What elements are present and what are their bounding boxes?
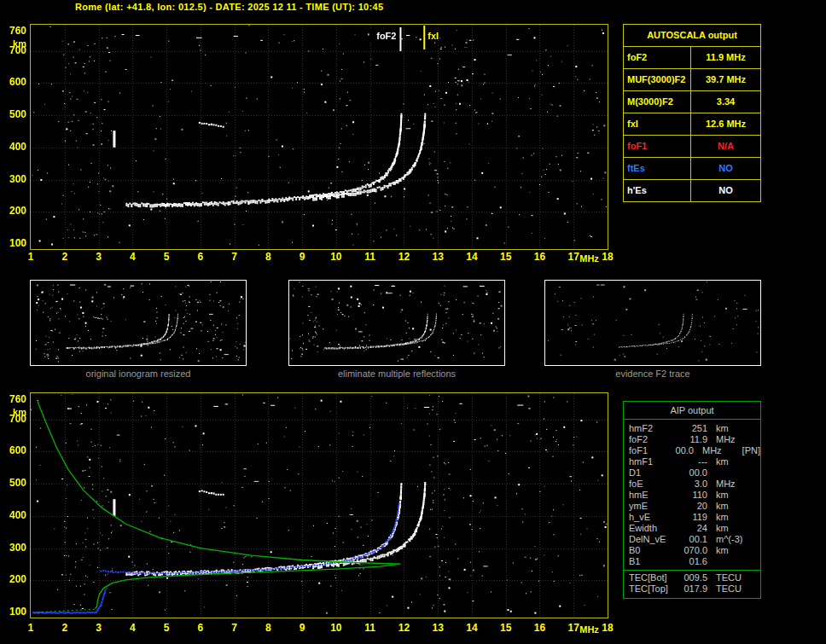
- y-tick-label: 760: [4, 26, 26, 36]
- aip-param-unit: km: [716, 456, 729, 467]
- ionogram-main-canvas: [30, 24, 608, 250]
- x-tick-label: 7: [226, 623, 243, 633]
- autoscala-param-label: M(3000)F2: [624, 91, 691, 113]
- x-tick-label: 1: [22, 623, 39, 633]
- autoscala-param-value: 39.7 MHz: [691, 69, 760, 90]
- aip-param-label: foF1: [629, 445, 668, 456]
- x-tick-label: 16: [531, 252, 548, 262]
- aip-param-label: DelN_vE: [629, 534, 677, 545]
- aip-param-label: B0: [629, 545, 677, 556]
- thumbnail-f2-trace-evidence: [544, 280, 761, 366]
- aip-row: foF100.0MHz[PN]: [629, 445, 760, 456]
- aip-param-value: 017.9: [677, 583, 707, 595]
- x-tick-label: 1: [22, 252, 39, 262]
- aip-row: foE3.0MHz: [629, 479, 760, 490]
- aip-tec-row: TEC[Top]017.9TECU: [629, 583, 760, 595]
- aip-param-flag: [PN]: [742, 445, 760, 456]
- y-tick-label: 100: [4, 238, 26, 248]
- y-tick-label: 300: [4, 542, 26, 553]
- y-tick-label: 300: [4, 174, 26, 184]
- aip-param-label: hmF1: [629, 456, 677, 467]
- aip-row: hmF2251km: [629, 423, 760, 434]
- aip-param-label: foE: [629, 479, 677, 490]
- aip-param-unit: km: [716, 512, 729, 523]
- y-tick-label: 200: [4, 206, 26, 216]
- aip-param-unit: km: [716, 545, 729, 556]
- x-tick-label: 6: [192, 252, 209, 262]
- aip-param-unit: MHz: [716, 434, 736, 445]
- aip-param-value: ---: [677, 456, 707, 467]
- autoscala-param-value: NO: [691, 180, 760, 201]
- x-tick-label: 2: [56, 252, 73, 262]
- x-tick-label: 10: [328, 252, 345, 262]
- aip-param-value: 11.9: [677, 434, 707, 445]
- y-tick-label: 200: [4, 574, 26, 584]
- ionogram-profile-canvas: [30, 392, 608, 618]
- aip-param-unit: km: [716, 523, 729, 534]
- x-tick-label: 15: [497, 623, 515, 633]
- aip-param-value: 24: [677, 523, 707, 534]
- aip-param-value: 070.0: [677, 545, 707, 556]
- autoscala-param-value: 3.34: [691, 91, 760, 113]
- y-tick-label: 600: [4, 445, 26, 455]
- autoscala-app-window: Rome (lat: +41.8, lon: 012.5) - DATE: 20…: [0, 0, 826, 644]
- aip-table-title: AIP output: [624, 402, 760, 420]
- aip-param-value: 20: [677, 501, 707, 512]
- x-tick-label: 11: [362, 252, 379, 262]
- aip-param-label: hmE: [629, 490, 677, 501]
- autoscala-param-value: N/A: [691, 136, 760, 157]
- aip-param-value: 009.5: [677, 572, 707, 583]
- x-tick-label: 8: [259, 252, 276, 262]
- aip-row: D100.0: [629, 467, 760, 479]
- autoscala-table-title: AUTOSCALA output: [624, 25, 760, 47]
- x-tick-label: 3: [90, 252, 108, 262]
- y-tick-label: 100: [4, 606, 26, 617]
- x-tick-label: 3: [90, 623, 108, 633]
- x-tick-label: 6: [192, 623, 209, 633]
- aip-row: hmE110km: [629, 490, 760, 501]
- x-tick-label: 14: [463, 252, 480, 262]
- x-tick-label: 13: [429, 623, 446, 633]
- aip-param-unit: TECU: [716, 572, 742, 583]
- aip-param-unit: km: [716, 490, 729, 501]
- table-row: M(3000)F2 3.34: [624, 91, 760, 113]
- thumbnail-caption: evidence F2 trace: [544, 368, 761, 379]
- table-row: h'Es NO: [624, 180, 760, 201]
- table-row: MUF(3000)F2 39.7 MHz: [624, 69, 760, 91]
- table-row: foF2 11.9 MHz: [624, 47, 760, 69]
- aip-param-label: hmF2: [629, 423, 677, 434]
- autoscala-param-label: foF1: [624, 136, 691, 157]
- y-tick-label: 600: [4, 77, 26, 87]
- aip-param-value: 251: [677, 423, 707, 434]
- x-tick-label: 18: [599, 623, 616, 633]
- aip-param-value: 00.0: [677, 467, 707, 479]
- y-axis-unit-label: km: [4, 38, 26, 49]
- aip-param-label: TEC[Top]: [629, 583, 677, 595]
- autoscala-param-value: 11.9 MHz: [691, 47, 760, 68]
- aip-row: hmF1---km: [629, 456, 760, 467]
- aip-param-unit: m^(-3): [716, 534, 742, 545]
- x-tick-label: 13: [429, 252, 446, 262]
- autoscala-param-label: h'Es: [624, 180, 691, 201]
- y-tick-label: 500: [4, 478, 26, 488]
- aip-row: foF211.9MHz: [629, 434, 760, 445]
- aip-param-value: 110: [677, 490, 707, 501]
- aip-rows: hmF2251kmfoF211.9MHzfoF100.0MHz[PN]hmF1-…: [624, 420, 760, 567]
- x-tick-label: 11: [362, 623, 379, 633]
- aip-row: B0070.0km: [629, 545, 760, 556]
- x-tick-label: 4: [124, 623, 141, 633]
- x-tick-label: 9: [294, 252, 311, 262]
- aip-param-value: 00.1: [677, 534, 707, 545]
- x-tick-label: 2: [56, 623, 73, 633]
- aip-param-label: D1: [629, 467, 677, 479]
- aip-param-label: TEC[Bot]: [629, 572, 677, 583]
- y-tick-label: 400: [4, 142, 26, 152]
- y-tick-label: 400: [4, 510, 26, 520]
- autoscala-param-value: 12.6 MHz: [691, 113, 760, 135]
- aip-output-table: AIP output hmF2251kmfoF211.9MHzfoF100.0M…: [623, 401, 761, 599]
- x-tick-label: 8: [259, 623, 276, 633]
- aip-param-unit: MHz: [716, 479, 736, 490]
- autoscala-param-label: MUF(3000)F2: [624, 69, 691, 90]
- aip-row: h_vE119km: [629, 512, 760, 523]
- autoscala-param-value: NO: [691, 158, 760, 179]
